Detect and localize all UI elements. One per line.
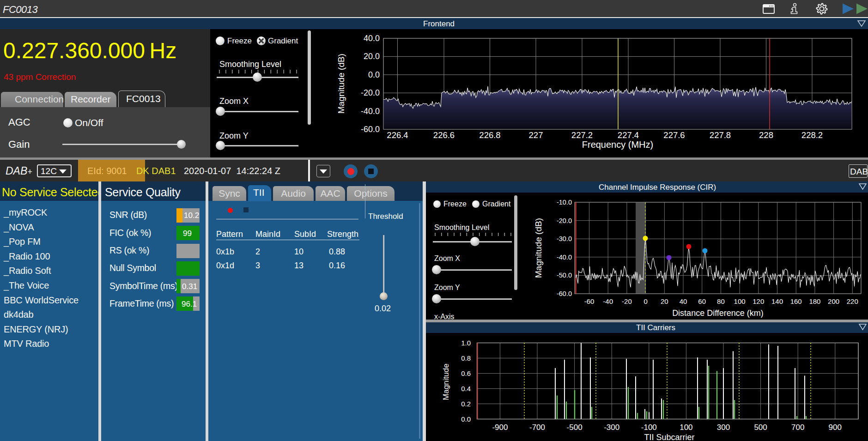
svg-text:0.2: 0.2 (461, 400, 471, 408)
svg-text:60: 60 (698, 297, 706, 305)
svg-text:40.0: 40.0 (364, 34, 380, 43)
svg-text:80: 80 (717, 297, 725, 305)
svg-text:0.4: 0.4 (461, 385, 471, 393)
svg-text:Frequency (MHz): Frequency (MHz) (582, 139, 653, 150)
svg-text:227: 227 (529, 130, 543, 140)
svg-text:227.6: 227.6 (663, 130, 685, 140)
svg-text:-60: -60 (584, 297, 595, 305)
svg-text:-20: -20 (622, 297, 632, 305)
svg-text:200: 200 (828, 297, 839, 305)
svg-text:20: 20 (661, 297, 668, 305)
svg-text:-700: -700 (529, 423, 545, 432)
svg-text:700: 700 (791, 423, 804, 432)
svg-text:120: 120 (753, 297, 764, 305)
svg-text:500: 500 (754, 423, 767, 432)
svg-text:220: 220 (847, 297, 858, 305)
svg-text:228: 228 (759, 130, 773, 140)
svg-text:160: 160 (790, 297, 802, 305)
svg-text:-500: -500 (567, 423, 583, 432)
svg-text:-40.0: -40.0 (361, 107, 380, 116)
svg-text:-20.0: -20.0 (557, 217, 572, 224)
svg-text:1.0: 1.0 (461, 339, 471, 347)
svg-text:-60.0: -60.0 (361, 125, 380, 134)
svg-text:Magnitude (dB): Magnitude (dB) (534, 218, 543, 278)
svg-text:180: 180 (809, 297, 820, 305)
svg-text:-50.0: -50.0 (557, 272, 572, 279)
svg-text:228.2: 228.2 (801, 130, 823, 140)
svg-text:-60.0: -60.0 (557, 290, 572, 297)
svg-text:-100: -100 (641, 423, 657, 432)
svg-text:40: 40 (680, 297, 687, 305)
svg-text:Magnitude: Magnitude (442, 363, 450, 400)
svg-text:-40: -40 (603, 297, 613, 305)
svg-text:227.2: 227.2 (571, 130, 593, 140)
svg-text:-30.0: -30.0 (557, 235, 572, 242)
svg-text:226.4: 226.4 (387, 130, 408, 140)
svg-text:100: 100 (680, 423, 692, 432)
svg-text:0.6: 0.6 (461, 369, 471, 377)
svg-text:0.0: 0.0 (461, 415, 471, 423)
svg-text:20.0: 20.0 (364, 52, 380, 61)
svg-text:226.8: 226.8 (479, 130, 500, 140)
svg-text:140: 140 (771, 297, 783, 305)
svg-text:226.6: 226.6 (433, 130, 455, 140)
svg-text:0.8: 0.8 (461, 354, 471, 362)
svg-text:-300: -300 (604, 423, 619, 432)
svg-text:-900: -900 (492, 423, 508, 432)
svg-text:0: 0 (643, 297, 647, 305)
svg-text:-40.0: -40.0 (557, 254, 572, 261)
svg-text:TII Subcarrier: TII Subcarrier (644, 433, 694, 441)
svg-text:-20.0: -20.0 (361, 88, 380, 97)
svg-text:900: 900 (829, 423, 842, 432)
svg-text:0.0: 0.0 (368, 70, 380, 79)
svg-text:Distance Difference (km): Distance Difference (km) (672, 308, 764, 318)
svg-text:227.4: 227.4 (618, 130, 639, 140)
svg-text:-10.0: -10.0 (557, 199, 572, 206)
svg-text:300: 300 (717, 423, 730, 432)
svg-text:227.8: 227.8 (710, 130, 731, 140)
svg-text:100: 100 (734, 297, 746, 305)
svg-text:Magnitude (dB): Magnitude (dB) (336, 54, 346, 114)
